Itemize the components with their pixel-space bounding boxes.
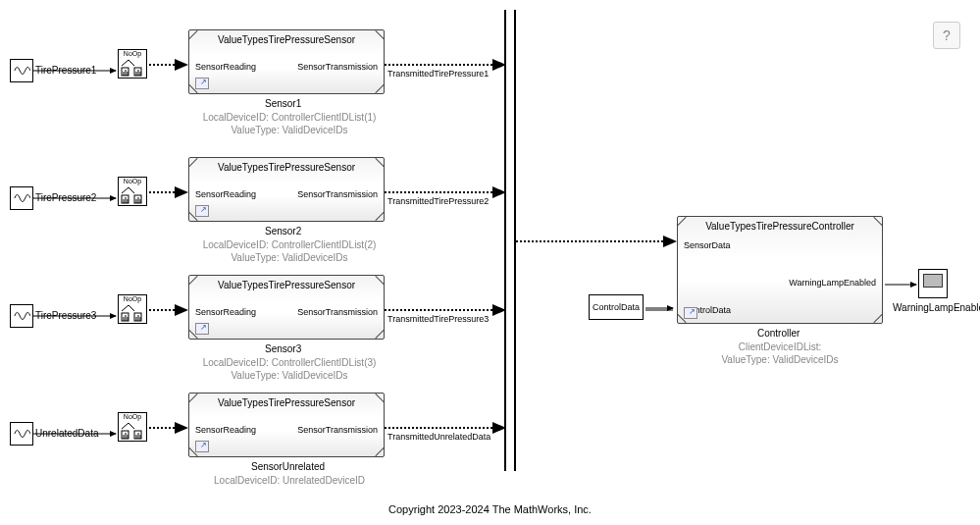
sensor-port-out: SensorTransmission — [297, 62, 378, 72]
sensor-title: ValueTypesTirePressureSensor — [189, 280, 384, 290]
source-label-3: TirePressure3 — [35, 310, 96, 321]
noop-label: NoOp — [119, 178, 146, 185]
model-ref-icon — [195, 441, 209, 452]
controller-block[interactable]: ValueTypesTirePressureController SensorD… — [677, 216, 883, 324]
sensor-sub1-4: LocalDeviceID: UnrelatedDeviceID — [196, 475, 383, 486]
signal-label-3: TransmittedTirePressure3 — [387, 314, 489, 324]
scope-block[interactable] — [918, 269, 948, 298]
sensor-port-out: SensorTransmission — [297, 425, 378, 435]
help-icon: ? — [943, 27, 951, 43]
scope-label: WarningLampEnabled — [893, 302, 979, 313]
signal-icon — [13, 307, 30, 325]
sensor-sub1-1: LocalDeviceID: ControllerClientIDList(1) — [196, 112, 383, 123]
source-label-1: TirePressure1 — [35, 65, 96, 76]
sensor-block-1[interactable]: ValueTypesTirePressureSensor SensorReadi… — [188, 29, 385, 94]
sensor-sub2-1: ValueType: ValidDeviceIDs — [196, 125, 383, 135]
source-block-2[interactable] — [10, 186, 33, 210]
noop-label: NoOp — [119, 50, 146, 58]
noop-label: NoOp — [119, 413, 146, 421]
controller-sub2: ValueType: ValidDeviceIDs — [677, 354, 883, 365]
sensor-sub2-2: ValueType: ValidDeviceIDs — [196, 252, 383, 263]
sensor-port-in: SensorReading — [195, 307, 256, 317]
sensor-port-out: SensorTransmission — [297, 307, 378, 317]
noop-icon — [119, 58, 146, 78]
sensor-name-2: Sensor2 — [265, 226, 301, 236]
noop-block-3[interactable]: NoOp — [118, 294, 147, 324]
noop-icon — [119, 421, 146, 441]
signal-label-2: TransmittedTirePressure2 — [387, 196, 489, 206]
signal-label-1: TransmittedTirePressure1 — [387, 69, 489, 79]
sensor-port-in: SensorReading — [195, 62, 256, 72]
sensor-title: ValueTypesTirePressureSensor — [189, 397, 384, 408]
sensor-port-in: SensorReading — [195, 189, 256, 199]
controller-name: Controller — [757, 328, 799, 339]
model-ref-icon — [195, 78, 209, 89]
noop-block-4[interactable]: NoOp — [118, 412, 147, 442]
sensor-block-3[interactable]: ValueTypesTirePressureSensor SensorReadi… — [188, 275, 385, 340]
copyright-footer: Copyright 2023-2024 The MathWorks, Inc. — [0, 503, 980, 515]
sensor-port-in: SensorReading — [195, 425, 256, 435]
sensor-sub2-3: ValueType: ValidDeviceIDs — [196, 370, 383, 381]
source-label-2: TirePressure2 — [35, 192, 96, 203]
controller-title: ValueTypesTirePressureController — [678, 221, 882, 232]
noop-label: NoOp — [119, 295, 146, 303]
source-label-4: UnrelatedData — [35, 428, 98, 439]
noop-icon — [119, 303, 146, 323]
sensor-sub1-3: LocalDeviceID: ControllerClientIDList(3) — [196, 357, 383, 368]
controller-sub1: ClientDeviceIDList: — [677, 341, 883, 352]
sensor-name-3: Sensor3 — [265, 343, 301, 354]
controller-port-out: WarningLampEnabled — [789, 278, 876, 288]
model-ref-icon — [195, 205, 209, 217]
noop-block-1[interactable]: NoOp — [118, 49, 147, 79]
simulink-canvas[interactable]: ? TirePre — [0, 0, 980, 525]
sensor-port-out: SensorTransmission — [297, 189, 378, 199]
control-data-label: ControlData — [593, 302, 640, 312]
signal-icon — [13, 425, 30, 443]
control-data-block[interactable]: ControlData — [589, 294, 644, 320]
noop-block-2[interactable]: NoOp — [118, 177, 147, 206]
bus-creator-bar[interactable] — [504, 10, 516, 471]
scope-screen-icon — [923, 274, 943, 288]
sensor-name-4: SensorUnrelated — [251, 461, 325, 472]
source-block-4[interactable] — [10, 422, 33, 446]
sensor-title: ValueTypesTirePressureSensor — [189, 34, 384, 45]
source-block-3[interactable] — [10, 304, 33, 328]
sensor-name-1: Sensor1 — [265, 98, 301, 109]
signal-icon — [13, 62, 30, 79]
signal-icon — [13, 189, 30, 207]
noop-icon — [119, 185, 146, 205]
sensor-block-2[interactable]: ValueTypesTirePressureSensor SensorReadi… — [188, 157, 385, 222]
model-ref-icon — [195, 323, 209, 335]
sensor-sub1-2: LocalDeviceID: ControllerClientIDList(2) — [196, 239, 383, 250]
controller-port-in1: SensorData — [684, 240, 731, 250]
model-ref-icon — [684, 307, 697, 319]
help-button[interactable]: ? — [933, 22, 960, 49]
sensor-block-4[interactable]: ValueTypesTirePressureSensor SensorReadi… — [188, 393, 385, 457]
source-block-1[interactable] — [10, 59, 33, 82]
signal-label-4: TransmittedUnrelatedData — [387, 432, 490, 442]
sensor-title: ValueTypesTirePressureSensor — [189, 162, 384, 173]
